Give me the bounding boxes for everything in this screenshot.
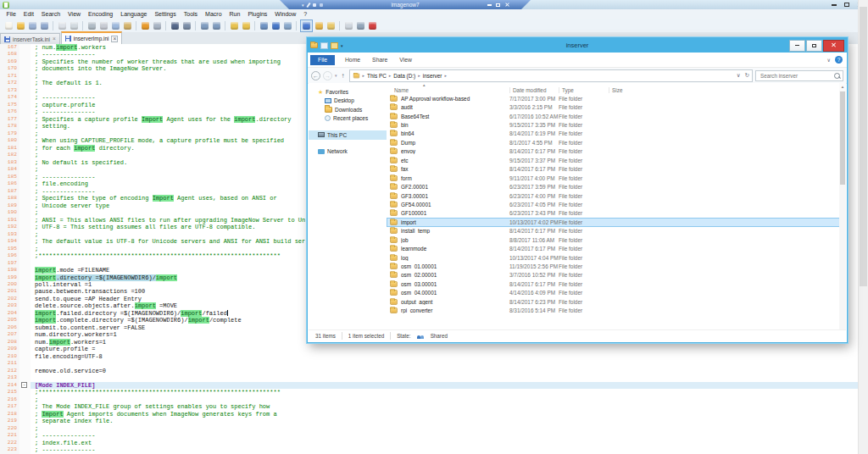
scroll-up-icon[interactable]: ▲ xyxy=(839,83,846,91)
file-row-rpi_converter[interactable]: rpi_converter8/31/2016 5:14 PMFile folde… xyxy=(387,307,846,315)
menu-window[interactable]: Window xyxy=(271,11,300,17)
breadcrumb-separator-icon[interactable]: ▸ xyxy=(418,73,420,78)
breadcrumb-separator-icon[interactable]: ▸ xyxy=(444,73,447,78)
indent-guide-icon[interactable] xyxy=(282,20,293,31)
address-dropdown-icon[interactable]: ∨ xyxy=(737,72,741,79)
menu-search[interactable]: Search xyxy=(37,11,64,17)
file-row-GF100001[interactable]: GF1000016/23/2017 3:43 PMFile folder xyxy=(387,209,846,218)
file-row-learnmode[interactable]: learnmode8/14/2017 6:17 PMFile folder xyxy=(387,244,846,252)
file-row-Base64Test[interactable]: Base64Test6/17/2016 10:52 AMFile folder xyxy=(387,112,846,120)
menu-language[interactable]: Language xyxy=(117,11,151,17)
sidebar-item-desktop[interactable]: Desktop xyxy=(309,97,387,106)
breadcrumb-item[interactable]: This PC xyxy=(367,73,387,79)
menu-tools[interactable]: Tools xyxy=(180,11,201,17)
breadcrumb[interactable]: ▸This PC▸Data (D:)▸inserver▸∨↻ xyxy=(349,69,753,82)
column-header-name[interactable]: Name xyxy=(392,87,509,93)
ribbon-collapse-icon[interactable]: ∨ xyxy=(827,57,831,63)
menu-edit[interactable]: Edit xyxy=(19,11,37,17)
search-input[interactable] xyxy=(759,72,834,80)
up-button[interactable]: ↑ xyxy=(340,72,347,80)
word-wrap-icon[interactable] xyxy=(259,20,270,31)
forward-button[interactable]: → xyxy=(323,71,332,80)
file-row-etc[interactable]: etc9/15/2017 3:37 PMFile folder xyxy=(387,156,846,164)
ribbon-tab-view[interactable]: View xyxy=(393,55,418,65)
menu-run[interactable]: Run xyxy=(225,11,244,17)
find-icon[interactable] xyxy=(170,20,181,31)
window-minimize-icon[interactable] xyxy=(832,4,837,6)
save-all-icon[interactable] xyxy=(39,20,50,31)
column-header-type[interactable]: Type xyxy=(559,87,609,93)
menu-macro[interactable]: Macro xyxy=(202,11,225,17)
rdp-chevron-icon[interactable]: ▾ xyxy=(302,3,304,8)
list-scrollbar[interactable]: ▲ xyxy=(839,83,846,329)
menu-plugins[interactable]: Plugins xyxy=(244,11,271,17)
copy-icon[interactable] xyxy=(110,20,121,31)
refresh-icon[interactable]: ↻ xyxy=(745,72,749,79)
zoom-in-icon[interactable] xyxy=(199,20,210,31)
file-row-fax[interactable]: fax8/14/2017 6:17 PMFile folder xyxy=(387,165,846,174)
explorer-titlebar[interactable]: inserver ▾ xyxy=(308,38,847,53)
file-row-bin[interactable]: bin9/15/2017 3:35 PMFile folder xyxy=(387,120,846,129)
cut-icon[interactable] xyxy=(98,20,109,31)
search-icon[interactable] xyxy=(834,73,840,79)
breadcrumb-item[interactable]: inserver xyxy=(423,73,442,79)
tab-inserverImp.ini[interactable]: inserverImp.ini× xyxy=(61,31,122,44)
sort-ascending-icon[interactable]: ▲ xyxy=(422,83,426,87)
search-box[interactable] xyxy=(755,70,843,81)
file-row-osm_02.00001[interactable]: osm_02.000013/7/2016 10:52 PMFile folder xyxy=(387,271,846,280)
sidebar-item-recent-places[interactable]: Recent places xyxy=(309,114,387,124)
menu-encoding[interactable]: Encoding xyxy=(85,11,117,17)
column-header-date-modified[interactable]: Date modified xyxy=(509,87,559,93)
rdp-close-icon[interactable] xyxy=(505,3,510,8)
redo-icon[interactable] xyxy=(152,20,163,31)
rdp-minimize-icon[interactable] xyxy=(487,4,492,6)
new-folder-icon[interactable] xyxy=(331,42,338,49)
ribbon-tab-share[interactable]: Share xyxy=(366,55,393,65)
file-row-GF54.00001[interactable]: GF54.000016/23/2017 4:05 PMFile folder xyxy=(387,200,846,208)
tab-close-icon[interactable]: × xyxy=(111,36,118,42)
editor-vertical-scrollbar[interactable] xyxy=(858,0,868,454)
menu-settings[interactable]: Settings xyxy=(151,11,180,17)
properties-icon[interactable] xyxy=(320,42,328,49)
menu-view[interactable]: View xyxy=(64,11,85,17)
help-icon[interactable]: ? xyxy=(835,56,843,64)
record-macro-icon[interactable] xyxy=(355,20,366,31)
file-row-osm_04.00001[interactable]: osm_04.000014/14/2016 4:09 PMFile folder xyxy=(387,289,846,297)
file-row-bin64[interactable]: bin648/14/2017 6:19 PMFile folder xyxy=(387,130,846,138)
show-all-characters-icon[interactable] xyxy=(270,20,281,31)
editor-scrollbar-thumb[interactable] xyxy=(860,7,867,286)
file-row-Dump[interactable]: Dump8/1/2017 4:55 PMFile folder xyxy=(387,138,846,147)
file-row-GF2.00001[interactable]: GF2.000016/23/2017 3:59 PMFile folder xyxy=(387,182,846,191)
paste-icon[interactable] xyxy=(122,20,133,31)
file-row-envoy[interactable]: envoy8/14/2017 6:17 PMFile folder xyxy=(387,147,846,156)
play-macro-icon[interactable] xyxy=(367,20,378,31)
fold-collapse-icon[interactable]: - xyxy=(21,382,27,388)
column-header-size[interactable]: Size xyxy=(609,87,649,93)
sidebar-item-network[interactable]: Network xyxy=(309,147,387,157)
rdp-connection-info-icon[interactable] xyxy=(313,3,316,7)
print-icon[interactable] xyxy=(86,20,97,31)
breadcrumb-separator-icon[interactable]: ▸ xyxy=(389,73,392,78)
sidebar-item-downloads[interactable]: Downloads xyxy=(309,105,387,114)
undo-icon[interactable] xyxy=(140,20,151,31)
document-map-icon[interactable] xyxy=(300,19,313,32)
file-row-output_agent[interactable]: output_agent8/14/2017 6:23 PMFile folder xyxy=(387,297,846,306)
file-row-osm_01.00001[interactable]: osm_01.0000111/19/2015 2:56 PMFile folde… xyxy=(387,262,846,270)
recent-locations-icon[interactable]: ▾ xyxy=(335,73,337,78)
replace-icon[interactable] xyxy=(181,20,192,31)
sidebar-item-this-pc[interactable]: This PC xyxy=(309,130,387,140)
ribbon-tab-file[interactable]: File xyxy=(310,55,335,65)
file-row-audit[interactable]: audit3/3/2016 2:15 PMFile folder xyxy=(387,102,846,111)
file-row-job[interactable]: job8/8/2017 11:06 AMFile folder xyxy=(387,235,846,244)
file-row-log[interactable]: log10/13/2017 4:04 PMFile folder xyxy=(387,253,846,262)
sync-horizontal-scroll-icon[interactable] xyxy=(241,20,252,31)
open-folder-icon[interactable] xyxy=(15,20,26,31)
explorer-maximize-button[interactable] xyxy=(806,40,822,52)
function-list-icon[interactable] xyxy=(314,20,325,31)
new-file-icon[interactable] xyxy=(3,20,14,31)
tab-inserverTask.ini[interactable]: inserverTask.ini× xyxy=(0,33,60,44)
close-document-icon[interactable] xyxy=(57,20,68,31)
tab-close-icon[interactable]: × xyxy=(53,36,56,42)
back-button[interactable]: ← xyxy=(311,71,320,80)
rdp-restore-icon[interactable] xyxy=(496,3,500,7)
